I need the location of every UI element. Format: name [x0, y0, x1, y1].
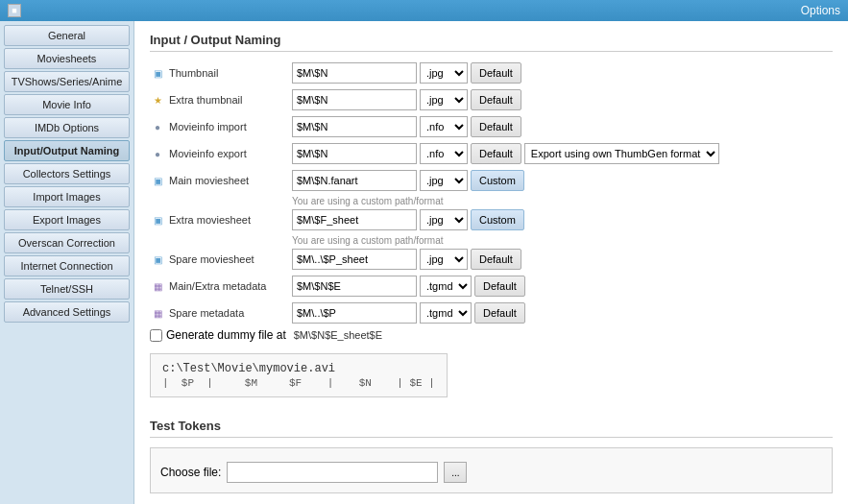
input-main-extra-metadata[interactable] [292, 276, 417, 297]
row-spare-moviesheet: ▣Spare moviesheet.jpgDefault [150, 248, 833, 271]
row-extra-moviesheet: ▣Extra moviesheet.jpgCustomYou are using… [150, 208, 833, 246]
default-btn-spare-metadata[interactable]: Default [474, 302, 525, 324]
sidebar-btn-collectors-settings[interactable]: Collectors Settings [4, 163, 130, 184]
label-movieinfo-export: ●Movieinfo export [150, 146, 292, 161]
label-spare-moviesheet: ▣Spare moviesheet [150, 252, 292, 267]
test-tokens-section: Test Tokens Choose file: ... [150, 419, 833, 493]
input-row-movieinfo-import: ●Movieinfo import.nfoDefault [150, 115, 833, 138]
rows-container: ▣Thumbnail.jpgDefault★Extra thumbnail.jp… [150, 61, 833, 324]
generate-dummy-checkbox[interactable] [150, 329, 162, 342]
spare-icon: ▣ [150, 252, 165, 267]
input-spare-moviesheet[interactable] [292, 249, 417, 270]
controls-spare-moviesheet: .jpgDefault [292, 249, 833, 270]
row-movieinfo-import: ●Movieinfo import.nfoDefault [150, 115, 833, 138]
controls-extra-thumbnail: .jpgDefault [292, 89, 833, 110]
generate-dummy-row: Generate dummy file at $M\$N$E_sheet$E [150, 328, 833, 342]
label-spare-metadata: ▦Spare metadata [150, 305, 292, 321]
ext-select-spare-metadata[interactable]: .tgmd [420, 302, 472, 324]
label-main-moviesheet: ▣Main moviesheet [150, 173, 292, 188]
title-bar-icon: ■ [8, 4, 21, 17]
label-text-main-moviesheet: Main moviesheet [169, 175, 249, 186]
controls-extra-moviesheet: .jpgCustom [292, 209, 833, 230]
custom-btn-main-moviesheet[interactable]: Custom [471, 170, 524, 191]
content-area: Input / Output Naming ▣Thumbnail.jpgDefa… [134, 21, 848, 504]
input-row-thumbnail: ▣Thumbnail.jpgDefault [150, 61, 833, 84]
row-movieinfo-export: ●Movieinfo export.nfoDefaultExport using… [150, 142, 833, 165]
ext-select-movieinfo-export[interactable]: .nfo [420, 143, 468, 164]
row-spare-metadata: ▦Spare metadata.tgmdDefault [150, 301, 833, 324]
movie-icon: ▣ [150, 173, 165, 188]
sidebar-btn-tvshows-series-anime[interactable]: TVShows/Series/Anime [4, 71, 130, 92]
default-btn-thumbnail[interactable]: Default [471, 62, 521, 84]
choose-file-input[interactable] [227, 462, 438, 483]
sidebar-btn-moviesheets[interactable]: Moviesheets [4, 48, 130, 69]
sidebar-btn-imdb-options[interactable]: IMDb Options [4, 117, 130, 138]
diagram-path: c:\Test\Movie\mymovie.avi [162, 362, 435, 375]
extra-select-movieinfo-export[interactable]: Export using own ThumbGen format [524, 143, 719, 164]
ext-select-extra-thumbnail[interactable]: .jpg [420, 89, 468, 110]
ext-select-spare-moviesheet[interactable]: .jpg [420, 249, 468, 270]
label-text-movieinfo-export: Movieinfo export [169, 148, 247, 159]
sidebar-btn-advanced-settings[interactable]: Advanced Settings [4, 301, 130, 323]
extra-sheet-icon: ▣ [150, 212, 165, 228]
generate-dummy-label: Generate dummy file at [166, 328, 286, 342]
label-text-main-extra-metadata: Main/Extra metadata [169, 280, 267, 292]
controls-movieinfo-export: .nfoDefaultExport using own ThumbGen for… [292, 143, 833, 164]
default-btn-spare-moviesheet[interactable]: Default [471, 249, 521, 270]
sidebar-btn-telnet-ssh[interactable]: Telnet/SSH [4, 278, 130, 300]
sidebar-btn-internet-connection[interactable]: Internet Connection [4, 255, 130, 276]
default-btn-main-extra-metadata[interactable]: Default [474, 276, 525, 297]
spare-meta-icon: ▦ [150, 305, 165, 321]
main-container: GeneralMoviesheetsTVShows/Series/AnimeMo… [0, 21, 848, 504]
label-text-thumbnail: Thumbnail [169, 67, 218, 79]
hint-extra-moviesheet: You are using a custom path/format [292, 235, 833, 246]
sidebar: GeneralMoviesheetsTVShows/Series/AnimeMo… [0, 21, 134, 504]
label-extra-thumbnail: ★Extra thumbnail [150, 92, 292, 108]
ext-select-main-extra-metadata[interactable]: .tgmd [420, 276, 472, 297]
sidebar-btn-input-output-naming[interactable]: Input/Output Naming [4, 140, 130, 161]
input-extra-thumbnail[interactable] [292, 89, 417, 110]
input-spare-metadata[interactable] [292, 302, 417, 324]
sidebar-btn-import-images[interactable]: Import Images [4, 186, 130, 207]
input-row-extra-moviesheet: ▣Extra moviesheet.jpgCustom [150, 208, 833, 231]
default-btn-extra-thumbnail[interactable]: Default [471, 89, 521, 110]
input-extra-moviesheet[interactable] [292, 209, 417, 230]
input-row-extra-thumbnail: ★Extra thumbnail.jpgDefault [150, 88, 833, 111]
controls-movieinfo-import: .nfoDefault [292, 116, 833, 137]
default-btn-movieinfo-export[interactable]: Default [471, 143, 521, 164]
label-extra-moviesheet: ▣Extra moviesheet [150, 212, 292, 228]
sidebar-btn-export-images[interactable]: Export Images [4, 209, 130, 230]
label-text-extra-moviesheet: Extra moviesheet [169, 214, 251, 226]
test-tokens-title: Test Tokens [150, 419, 833, 438]
ext-select-movieinfo-import[interactable]: .nfo [420, 116, 468, 137]
browse-button[interactable]: ... [444, 462, 467, 483]
label-main-extra-metadata: ▦Main/Extra metadata [150, 278, 292, 294]
label-text-spare-metadata: Spare metadata [169, 307, 244, 319]
generate-dummy-value: $M\$N$E_sheet$E [294, 329, 382, 341]
input-movieinfo-export[interactable] [292, 143, 417, 164]
sidebar-btn-general[interactable]: General [4, 25, 130, 46]
choose-file-label: Choose file: [160, 466, 221, 479]
input-thumbnail[interactable] [292, 62, 417, 84]
hint-main-moviesheet: You are using a custom path/format [292, 196, 833, 206]
input-movieinfo-import[interactable] [292, 116, 417, 137]
row-main-moviesheet: ▣Main moviesheet.jpgCustomYou are using … [150, 169, 833, 206]
export-icon: ● [150, 146, 165, 161]
label-text-movieinfo-import: Movieinfo import [169, 121, 247, 132]
sidebar-btn-movie-info[interactable]: Movie Info [4, 94, 130, 115]
ext-select-thumbnail[interactable]: .jpg [420, 62, 468, 84]
extra-icon: ★ [150, 92, 165, 108]
row-thumbnail: ▣Thumbnail.jpgDefault [150, 61, 833, 84]
custom-btn-extra-moviesheet[interactable]: Custom [471, 209, 524, 230]
label-movieinfo-import: ●Movieinfo import [150, 119, 292, 134]
default-btn-movieinfo-import[interactable]: Default [471, 116, 521, 137]
title-bar-title: Options [801, 4, 840, 17]
info-icon: ● [150, 119, 165, 134]
row-main-extra-metadata: ▦Main/Extra metadata.tgmdDefault [150, 275, 833, 298]
meta-icon: ▦ [150, 278, 165, 294]
ext-select-main-moviesheet[interactable]: .jpg [420, 170, 468, 191]
ext-select-extra-moviesheet[interactable]: .jpg [420, 209, 468, 230]
sidebar-btn-overscan-correction[interactable]: Overscan Correction [4, 232, 130, 253]
input-main-moviesheet[interactable] [292, 170, 417, 191]
section-title: Input / Output Naming [150, 33, 833, 52]
